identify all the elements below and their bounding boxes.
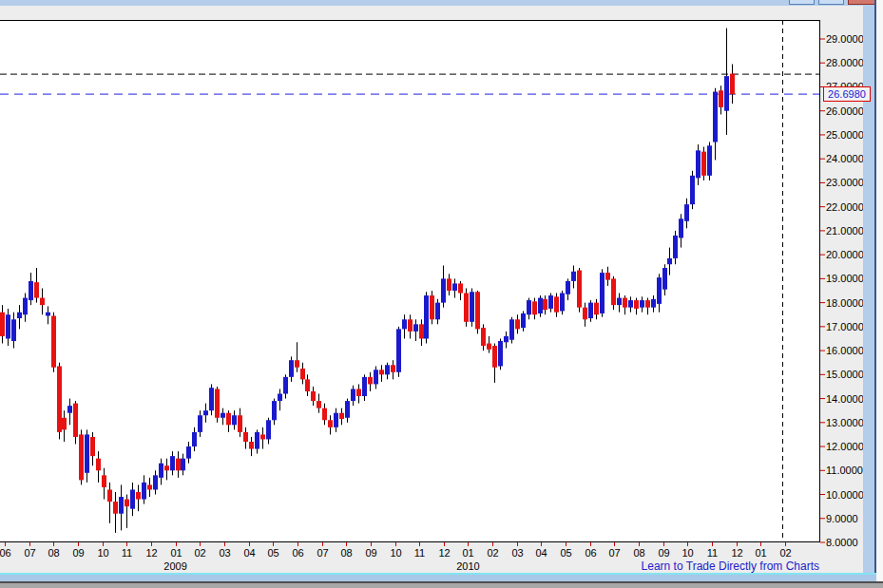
- candle: [283, 377, 288, 394]
- year-label: 2009: [163, 560, 186, 572]
- svg-text:07: 07: [317, 547, 328, 559]
- svg-text:9.0000: 9.0000: [826, 513, 858, 524]
- candle: [119, 497, 124, 514]
- candle: [679, 218, 683, 237]
- svg-text:8.0000: 8.0000: [826, 537, 858, 548]
- candle: [504, 336, 509, 342]
- svg-text:26.0000: 26.0000: [826, 105, 864, 117]
- candle: [667, 258, 672, 264]
- candle: [11, 319, 16, 341]
- candle: [475, 292, 480, 329]
- candle: [492, 346, 497, 368]
- candle: [142, 483, 146, 500]
- svg-text:23.0000: 23.0000: [826, 177, 864, 188]
- candle: [408, 319, 413, 332]
- candle: [317, 401, 321, 408]
- candle: [295, 360, 299, 368]
- candle: [719, 90, 723, 107]
- candle: [215, 389, 220, 417]
- candle: [170, 456, 175, 470]
- svg-text:02: 02: [487, 547, 498, 559]
- candle: [611, 278, 616, 305]
- candle: [305, 379, 310, 391]
- svg-text:22.0000: 22.0000: [826, 201, 864, 213]
- svg-text:21.0000: 21.0000: [826, 225, 864, 237]
- candle: [159, 464, 163, 478]
- candle: [605, 273, 610, 280]
- candle: [379, 370, 384, 374]
- candlestick-plot-area[interactable]: [0, 20, 820, 542]
- candle: [23, 298, 28, 315]
- candle: [701, 152, 706, 176]
- candle: [278, 394, 282, 402]
- candle: [628, 300, 633, 308]
- candle: [487, 344, 491, 350]
- candle: [339, 413, 344, 419]
- candle: [623, 298, 627, 308]
- svg-text:10: 10: [97, 547, 108, 559]
- candle: [6, 314, 10, 338]
- candle: [532, 301, 537, 314]
- svg-text:06: 06: [292, 547, 303, 559]
- candle: [583, 308, 587, 320]
- svg-text:11: 11: [122, 547, 132, 559]
- candle: [226, 413, 231, 426]
- candle: [617, 298, 622, 306]
- candle: [498, 341, 503, 367]
- svg-text:01: 01: [755, 547, 766, 559]
- candle: [594, 303, 599, 315]
- trading-app-window: 0607080910111201020304050607080910111201…: [0, 0, 883, 588]
- candle: [322, 408, 327, 421]
- candle: [447, 278, 451, 291]
- svg-text:09: 09: [72, 547, 84, 559]
- svg-text:28.0000: 28.0000: [826, 57, 864, 68]
- svg-text:03: 03: [219, 547, 230, 559]
- svg-text:14.0000: 14.0000: [826, 393, 864, 405]
- svg-text:05: 05: [560, 547, 571, 559]
- candle: [640, 300, 644, 308]
- candle: [96, 459, 101, 471]
- candle: [221, 413, 225, 418]
- svg-text:12: 12: [438, 547, 450, 559]
- candle: [543, 299, 547, 310]
- candle: [481, 328, 486, 346]
- candle: [351, 389, 355, 401]
- candle: [464, 294, 469, 322]
- svg-text:29.0000: 29.0000: [826, 33, 864, 45]
- candle: [153, 475, 158, 489]
- candle: [391, 365, 395, 372]
- minimize-button[interactable]: [789, 0, 815, 5]
- svg-text:09: 09: [365, 547, 376, 559]
- candle: [441, 278, 446, 302]
- candle: [696, 150, 701, 178]
- svg-text:06: 06: [585, 547, 596, 559]
- svg-text:17.0000: 17.0000: [826, 321, 864, 332]
- candle: [198, 415, 202, 432]
- candle: [209, 388, 214, 410]
- candle: [527, 300, 531, 314]
- candle: [560, 294, 565, 312]
- maximize-button[interactable]: [818, 0, 844, 5]
- candle: [424, 295, 429, 338]
- svg-text:10: 10: [390, 547, 401, 559]
- candle: [255, 432, 259, 449]
- candle: [600, 273, 605, 313]
- candle: [90, 437, 95, 456]
- candle: [238, 415, 242, 432]
- candle: [396, 329, 401, 371]
- footer-link[interactable]: Learn to Trade Directly from Charts: [642, 560, 819, 573]
- candle: [452, 283, 457, 291]
- window-right-margin: [876, 0, 883, 583]
- svg-text:11: 11: [414, 547, 425, 559]
- candle: [107, 489, 112, 502]
- candle: [176, 459, 181, 471]
- year-label: 2010: [456, 560, 479, 572]
- candle: [289, 360, 294, 377]
- candle: [515, 319, 520, 329]
- last-price-tag: 26.6980: [823, 86, 871, 102]
- candle: [249, 442, 254, 449]
- candle: [40, 298, 45, 306]
- candle: [85, 434, 89, 472]
- candle: [46, 313, 50, 316]
- candle: [730, 74, 735, 95]
